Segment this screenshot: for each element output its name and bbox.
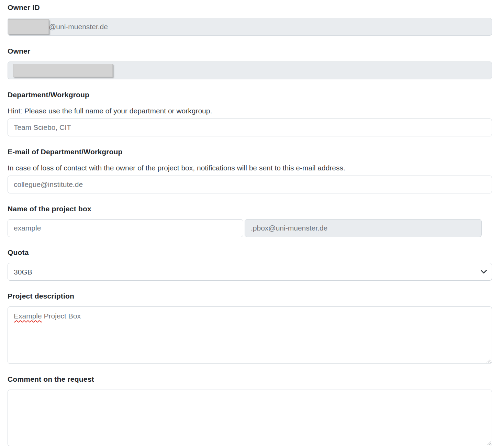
field-owner: Owner [8, 47, 492, 79]
comment-textarea-wrap [8, 390, 492, 446]
field-quota: Quota 30GB [8, 248, 492, 281]
project-box-name-row: .pbox@uni-muenster.de [8, 219, 482, 237]
project-box-domain-suffix: .pbox@uni-muenster.de [245, 219, 482, 237]
field-comment: Comment on the request [8, 375, 492, 446]
department-input[interactable] [8, 119, 492, 136]
redacted-owner-value [13, 64, 113, 77]
misspelled-word: Example [14, 312, 42, 320]
owner-label: Owner [8, 47, 492, 55]
project-box-name-input[interactable] [8, 219, 243, 237]
department-email-label: E-mail of Department/Workgroup [8, 148, 492, 156]
department-email-input[interactable] [8, 176, 492, 193]
project-description-textarea[interactable]: Example Project Box [8, 306, 492, 364]
field-project-description: Project description Example Project Box [8, 292, 492, 364]
project-description-text: Project Box [42, 312, 81, 320]
department-email-hint: In case of loss of contact with the owne… [8, 164, 492, 172]
quota-label: Quota [8, 248, 492, 256]
department-hint: Hint: Please use the full name of your d… [8, 107, 492, 115]
project-description-label: Project description [8, 292, 492, 300]
comment-textarea[interactable] [8, 390, 492, 446]
field-department-email: E-mail of Department/Workgroup In case o… [8, 148, 492, 193]
owner-input [8, 61, 492, 79]
project-box-name-label: Name of the project box [8, 205, 492, 213]
comment-label: Comment on the request [8, 375, 492, 383]
quota-select-wrap: 30GB [8, 263, 492, 281]
quota-select[interactable]: 30GB [8, 263, 492, 281]
field-department: Department/Workgroup Hint: Please use th… [8, 91, 492, 136]
owner-id-input: @uni-muenster.de [8, 18, 492, 36]
project-box-request-form: Owner ID @uni-muenster.de Owner Departme… [0, 0, 503, 448]
owner-id-label: Owner ID [8, 3, 492, 11]
field-owner-id: Owner ID @uni-muenster.de [8, 3, 492, 36]
department-label: Department/Workgroup [8, 91, 492, 99]
project-box-domain-text: .pbox@uni-muenster.de [251, 224, 327, 232]
resize-handle-icon[interactable] [486, 358, 491, 362]
field-project-box-name: Name of the project box .pbox@uni-muenst… [8, 205, 492, 237]
redacted-owner-id-value [8, 19, 49, 34]
owner-id-domain-text: @uni-muenster.de [49, 23, 108, 31]
